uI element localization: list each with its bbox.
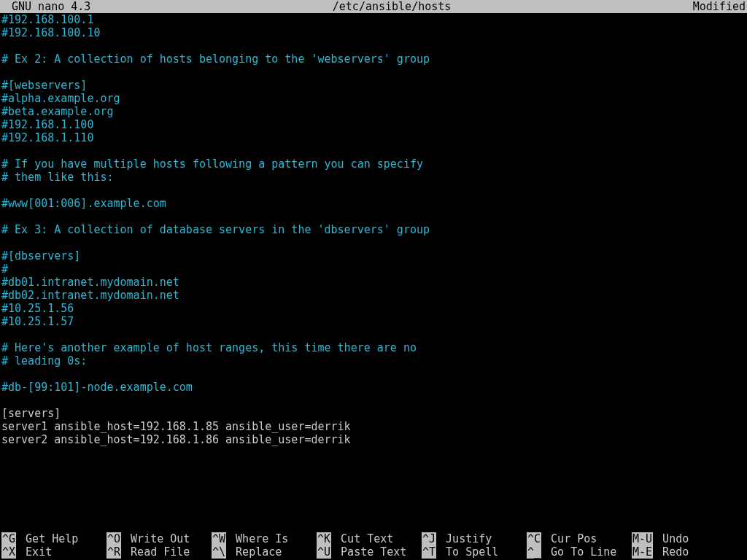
shortcut-item[interactable]: ^O Write Out	[107, 532, 212, 545]
shortcut-label: Get Help	[19, 532, 78, 545]
shortcut-label: Replace	[229, 545, 282, 559]
editor-line: #10.25.1.57	[1, 315, 746, 328]
editor-line: #[dbservers]	[1, 249, 746, 262]
shortcut-item[interactable]: M-E Redo	[632, 545, 737, 559]
editor-line: # leading 0s:	[1, 354, 746, 368]
shortcut-key: ^C	[527, 532, 541, 545]
editor-line: server2 ansible_host=192.168.1.86 ansibl…	[1, 433, 746, 446]
shortcut-key: ^X	[1, 545, 16, 559]
shortcut-label: Read File	[124, 545, 190, 559]
shortcut-item[interactable]: ^_ Go To Line	[527, 545, 632, 559]
editor-line: #beta.example.org	[1, 105, 746, 118]
shortcut-label: Where Is	[229, 532, 288, 545]
editor-line: # Here's another example of host ranges,…	[1, 341, 746, 354]
shortcut-key: M-E	[632, 545, 653, 559]
shortcut-key: ^U	[317, 545, 331, 559]
shortcut-key: ^_	[527, 545, 541, 559]
shortcut-row: ^G Get Help^O Write Out^W Where Is^K Cut…	[1, 532, 746, 545]
title-bar: GNU nano 4.3 /etc/ansible/hosts Modified	[0, 0, 747, 13]
editor-line	[1, 144, 746, 158]
editor-line	[1, 66, 746, 79]
shortcut-key: M-U	[632, 532, 653, 545]
app-name: GNU nano 4.3	[1, 0, 90, 13]
editor-line: #alpha.example.org	[1, 92, 746, 105]
editor-area[interactable]: #192.168.100.1#192.168.100.10 # Ex 2: A …	[0, 13, 747, 446]
modified-status: Modified	[693, 0, 746, 13]
shortcut-key: ^J	[422, 532, 436, 545]
editor-line: [servers]	[1, 407, 746, 420]
shortcut-item[interactable]: ^X Exit	[1, 545, 107, 559]
editor-line: # If you have multiple hosts following a…	[1, 158, 746, 171]
editor-line	[1, 39, 746, 52]
editor-line: #10.25.1.56	[1, 302, 746, 315]
shortcut-key: ^O	[107, 532, 121, 545]
shortcut-item[interactable]: ^U Paste Text	[317, 545, 422, 559]
shortcut-item[interactable]: ^W Where Is	[212, 532, 317, 545]
shortcut-label: Undo	[656, 532, 689, 545]
editor-line: #192.168.100.1	[1, 13, 746, 26]
shortcut-row: ^X Exit^R Read File^\ Replace^U Paste Te…	[1, 545, 746, 559]
editor-line: #192.168.1.110	[1, 131, 746, 144]
shortcut-item[interactable]: ^T To Spell	[422, 545, 527, 559]
editor-line: #192.168.1.100	[1, 118, 746, 131]
editor-line: #	[1, 262, 746, 276]
file-path: /etc/ansible/hosts	[90, 0, 692, 13]
shortcut-label: Cut Text	[334, 532, 393, 545]
shortcut-item[interactable]: ^G Get Help	[1, 532, 107, 545]
shortcut-label: Redo	[656, 545, 689, 559]
shortcut-label: Go To Line	[544, 545, 616, 559]
editor-line	[1, 210, 746, 223]
editor-line: #www[001:006].example.com	[1, 197, 746, 210]
editor-line	[1, 394, 746, 407]
shortcut-bar: ^G Get Help^O Write Out^W Where Is^K Cut…	[0, 532, 747, 560]
editor-line: # Ex 2: A collection of hosts belonging …	[1, 52, 746, 66]
shortcut-item[interactable]: ^\ Replace	[212, 545, 317, 559]
editor-line: #192.168.100.10	[1, 26, 746, 39]
shortcut-item[interactable]: ^K Cut Text	[317, 532, 422, 545]
shortcut-item[interactable]: ^R Read File	[107, 545, 212, 559]
editor-line	[1, 368, 746, 381]
shortcut-label: Write Out	[124, 532, 190, 545]
editor-line: #db01.intranet.mydomain.net	[1, 276, 746, 289]
editor-line	[1, 328, 746, 341]
editor-line	[1, 184, 746, 197]
shortcut-key: ^G	[1, 532, 16, 545]
shortcut-item[interactable]: M-U Undo	[632, 532, 737, 545]
shortcut-label: Exit	[19, 545, 52, 559]
shortcut-label: Paste Text	[334, 545, 406, 559]
editor-line: server1 ansible_host=192.168.1.85 ansibl…	[1, 420, 746, 433]
shortcut-label: To Spell	[439, 545, 498, 559]
editor-line: #[webservers]	[1, 79, 746, 92]
shortcut-label: Cur Pos	[544, 532, 597, 545]
shortcut-key: ^R	[107, 545, 121, 559]
shortcut-key: ^K	[317, 532, 331, 545]
editor-line: # them like this:	[1, 171, 746, 184]
shortcut-label: Justify	[439, 532, 492, 545]
editor-line: #db-[99:101]-node.example.com	[1, 381, 746, 394]
editor-line	[1, 236, 746, 249]
shortcut-key: ^\	[212, 545, 226, 559]
shortcut-key: ^W	[212, 532, 226, 545]
editor-line: # Ex 3: A collection of database servers…	[1, 223, 746, 236]
shortcut-item[interactable]: ^J Justify	[422, 532, 527, 545]
editor-line: #db02.intranet.mydomain.net	[1, 289, 746, 302]
shortcut-key: ^T	[422, 545, 436, 559]
shortcut-item[interactable]: ^C Cur Pos	[527, 532, 632, 545]
